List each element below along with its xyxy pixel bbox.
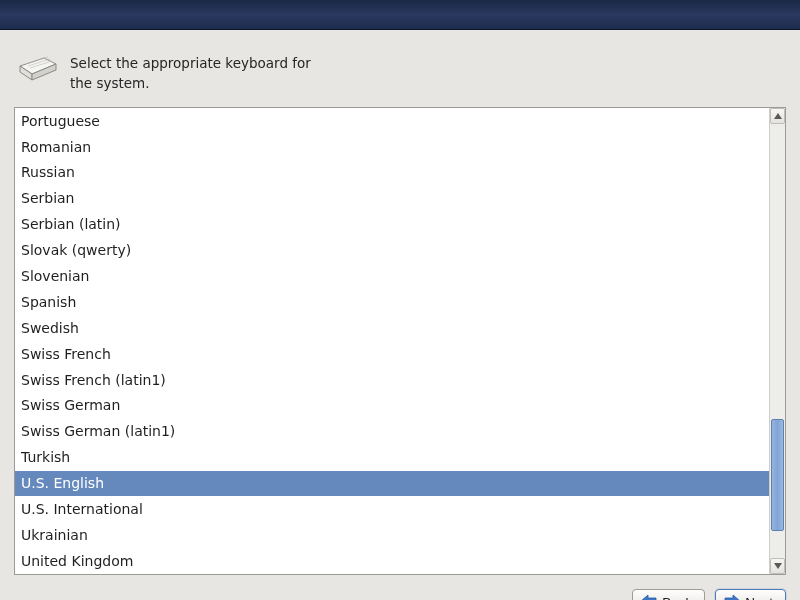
list-item[interactable]: Swedish: [15, 315, 769, 341]
scroll-track[interactable]: [771, 125, 784, 557]
list-item[interactable]: Slovak (qwerty): [15, 238, 769, 264]
scroll-up-button[interactable]: [770, 108, 785, 124]
list-item[interactable]: Swiss French (latin1): [15, 367, 769, 393]
list-item[interactable]: Portuguese: [15, 108, 769, 134]
list-item[interactable]: Serbian: [15, 186, 769, 212]
svg-marker-6: [774, 113, 782, 119]
scroll-thumb[interactable]: [771, 419, 784, 531]
footer: Back Next: [0, 575, 800, 600]
keyboard-listbox-wrap: PortugueseRomanianRussianSerbianSerbian …: [14, 107, 786, 575]
next-button-label: Next: [745, 595, 773, 600]
list-item[interactable]: Swiss French: [15, 341, 769, 367]
arrow-left-icon: [641, 594, 657, 600]
list-item[interactable]: United Kingdom: [15, 548, 769, 574]
list-item[interactable]: Romanian: [15, 134, 769, 160]
list-item[interactable]: Slovenian: [15, 263, 769, 289]
list-item[interactable]: U.S. English: [15, 471, 769, 497]
svg-marker-8: [641, 595, 656, 600]
scrollbar[interactable]: [769, 108, 785, 574]
content-area: Select the appropriate keyboard for the …: [0, 30, 800, 575]
list-item[interactable]: Ukrainian: [15, 522, 769, 548]
keyboard-listbox[interactable]: PortugueseRomanianRussianSerbianSerbian …: [15, 108, 769, 574]
back-button-label: Back: [662, 595, 692, 600]
arrow-right-icon: [724, 594, 740, 600]
list-item[interactable]: Swiss German (latin1): [15, 419, 769, 445]
svg-marker-9: [725, 595, 740, 600]
svg-marker-7: [774, 563, 782, 569]
scroll-down-button[interactable]: [770, 558, 785, 574]
back-button[interactable]: Back: [632, 589, 705, 600]
prompt-row: Select the appropriate keyboard for the …: [14, 46, 786, 107]
list-item[interactable]: Serbian (latin): [15, 212, 769, 238]
header-banner: [0, 0, 800, 30]
next-button[interactable]: Next: [715, 589, 786, 600]
list-item[interactable]: Swiss German: [15, 393, 769, 419]
list-item[interactable]: U.S. International: [15, 496, 769, 522]
prompt-text: Select the appropriate keyboard for the …: [70, 54, 330, 93]
list-item[interactable]: Turkish: [15, 445, 769, 471]
list-item[interactable]: Spanish: [15, 289, 769, 315]
list-item[interactable]: Russian: [15, 160, 769, 186]
keyboard-icon: [18, 54, 58, 86]
